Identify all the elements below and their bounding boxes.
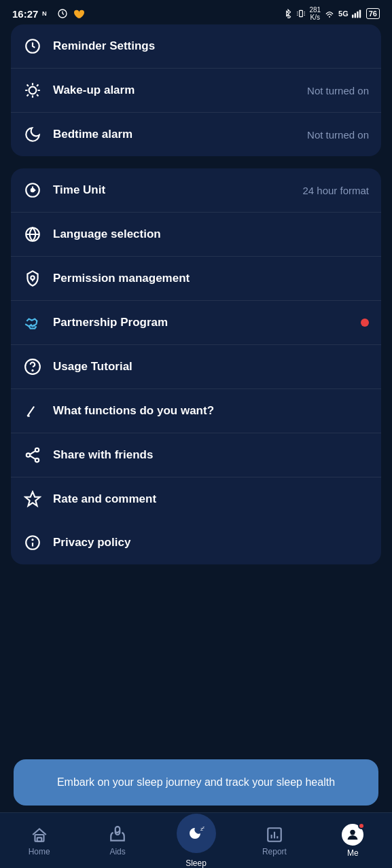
moon-icon (23, 125, 42, 144)
svg-line-40 (30, 451, 35, 454)
svg-rect-4 (300, 10, 303, 16)
svg-text:z: z (202, 825, 204, 829)
svg-line-20 (27, 85, 29, 86)
sleep-button[interactable]: z z (177, 814, 216, 853)
nav-report-label: Report (262, 847, 287, 856)
reminder-settings-item[interactable]: Reminder Settings (11, 24, 381, 68)
svg-rect-14 (357, 12, 358, 18)
partnership-program-item[interactable]: Partnership Program (11, 300, 381, 344)
svg-point-30 (31, 276, 34, 279)
wakeup-alarm-value: Not turned on (307, 85, 369, 96)
svg-point-11 (329, 16, 330, 18)
language-selection-label: Language selection (53, 227, 369, 242)
svg-line-24 (27, 94, 29, 96)
bedtime-alarm-value: Not turned on (307, 129, 369, 141)
svg-point-55 (351, 831, 351, 832)
alarm-card: Reminder Settings Wake-up alarm Not turn… (11, 24, 381, 156)
shield-icon (23, 269, 42, 288)
share-friends-item[interactable]: Share with friends (11, 433, 381, 477)
status-bar: 16:27 N 281K/s 5G 76 (0, 0, 392, 24)
wifi-icon (324, 8, 335, 19)
sun-icon (23, 81, 42, 100)
network-type: 5G (338, 10, 349, 18)
nav-me[interactable]: Me (314, 824, 392, 858)
vibrate-icon (296, 9, 306, 18)
svg-point-38 (26, 453, 30, 456)
main-content: Reminder Settings Wake-up alarm Not turn… (0, 24, 392, 583)
wakeup-alarm-label: Wake-up alarm (53, 83, 296, 98)
svg-point-56 (354, 831, 355, 832)
nav-aids-label: Aids (109, 847, 125, 856)
svg-rect-12 (352, 15, 353, 18)
time-unit-label: Time Unit (53, 183, 291, 198)
globe-icon (23, 225, 42, 244)
svg-line-33 (33, 325, 35, 326)
svg-line-35 (27, 407, 34, 416)
toast-message: Embark on your sleep journey and track y… (14, 759, 378, 806)
heart-icon (72, 7, 84, 20)
svg-rect-47 (37, 837, 41, 841)
nav-home-label: Home (29, 847, 50, 856)
nav-report[interactable]: Report (235, 825, 313, 856)
data-speed: 281K/s (309, 6, 321, 21)
nav-home[interactable]: Home (0, 825, 78, 856)
svg-text:N: N (42, 10, 47, 17)
handshake-icon (23, 313, 42, 332)
me-avatar (342, 824, 363, 846)
svg-point-17 (29, 87, 37, 94)
share-icon (23, 446, 42, 465)
privacy-policy-item[interactable]: Privacy policy (11, 521, 381, 564)
status-time: 16:27 N (12, 7, 84, 20)
svg-rect-13 (354, 13, 355, 18)
privacy-policy-label: Privacy policy (53, 535, 369, 550)
usage-tutorial-label: Usage Tutorial (53, 359, 369, 374)
nav-aids[interactable]: Aids (78, 825, 156, 856)
bedtime-alarm-item[interactable]: Bedtime alarm Not turned on (11, 112, 381, 156)
time-unit-value: 24 hour format (302, 185, 369, 196)
star-icon (23, 490, 42, 509)
question-icon (23, 357, 42, 376)
bottom-nav: Home Aids z z Sleep (0, 812, 392, 868)
language-selection-item[interactable]: Language selection (11, 212, 381, 256)
nav-sleep-label: Sleep (185, 858, 207, 868)
nav-sleep[interactable]: z z Sleep (157, 814, 235, 868)
nav-me-label: Me (347, 848, 359, 858)
what-functions-item[interactable]: What functions do you want? (11, 388, 381, 433)
report-icon (265, 825, 284, 844)
svg-line-25 (37, 85, 38, 86)
settings-card: Time Unit 24 hour format Language select… (11, 168, 381, 564)
reminder-settings-icon (23, 37, 42, 56)
usage-tutorial-item[interactable]: Usage Tutorial (11, 344, 381, 388)
signal-icon (352, 9, 363, 18)
wakeup-alarm-item[interactable]: Wake-up alarm Not turned on (11, 68, 381, 112)
svg-point-39 (35, 458, 39, 462)
svg-line-32 (31, 325, 32, 326)
svg-point-27 (31, 189, 34, 192)
status-right: 281K/s 5G 76 (283, 6, 380, 21)
me-face-icon (345, 827, 360, 842)
time-unit-item[interactable]: Time Unit 24 hour format (11, 168, 381, 212)
svg-line-3 (63, 14, 64, 14)
info-icon (23, 533, 42, 552)
svg-marker-42 (25, 492, 40, 506)
rate-comment-item[interactable]: Rate and comment (11, 477, 381, 521)
reminder-settings-label: Reminder Settings (53, 39, 369, 54)
what-functions-label: What functions do you want? (53, 403, 369, 418)
share-friends-label: Share with friends (53, 448, 369, 463)
home-icon (30, 825, 49, 844)
bedtime-alarm-label: Bedtime alarm (53, 127, 296, 142)
me-notification-dot (358, 822, 365, 829)
aids-icon (108, 825, 127, 844)
rate-comment-label: Rate and comment (53, 492, 369, 507)
partnership-program-label: Partnership Program (53, 315, 350, 330)
permission-management-label: Permission management (53, 271, 369, 286)
alarm-icon (57, 8, 68, 19)
pencil-icon (23, 401, 42, 420)
svg-line-41 (30, 456, 35, 459)
bluetooth-icon (283, 9, 293, 18)
permission-management-item[interactable]: Permission management (11, 256, 381, 300)
partnership-badge (361, 319, 369, 327)
clock2-icon (23, 181, 42, 200)
nfc-icon: N (42, 8, 53, 19)
svg-rect-15 (359, 10, 361, 18)
